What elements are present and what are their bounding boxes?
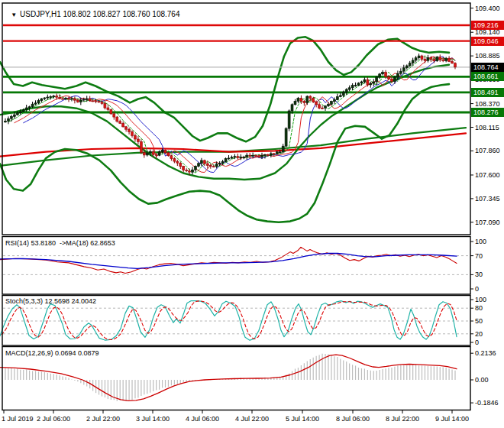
candle-bullish	[306, 96, 309, 103]
candle-bullish	[10, 116, 12, 118]
support-price-badge: 108.276	[471, 108, 504, 117]
candle-bearish	[95, 101, 97, 102]
candle-bearish	[255, 155, 257, 156]
candle-bearish	[62, 99, 64, 99]
candle-bullish	[382, 73, 384, 74]
candle-bullish	[225, 158, 227, 161]
macd-tick-label: 0.00	[475, 376, 489, 384]
candle-bullish	[427, 57, 429, 60]
candle-bullish	[415, 58, 417, 60]
candle-bullish	[373, 82, 375, 83]
candle-bullish	[28, 107, 31, 108]
candle-bearish	[179, 163, 182, 166]
candle-bullish	[288, 111, 290, 128]
candle-bearish	[237, 157, 239, 158]
candle-bearish	[110, 109, 112, 114]
price-tick-label: 107.600	[475, 171, 500, 179]
rsi-tick-label: 0	[475, 285, 479, 293]
candle-bullish	[240, 157, 242, 158]
candle-bullish	[53, 96, 55, 97]
candle-bearish	[119, 122, 121, 124]
price-tick-label: 107.345	[475, 195, 500, 203]
candle-bullish	[330, 102, 332, 105]
candle-bearish	[176, 161, 179, 163]
candle-bullish	[396, 73, 399, 77]
candle-bearish	[167, 153, 170, 156]
candle-bullish	[228, 158, 230, 159]
price-tick-label: 108.115	[475, 124, 499, 131]
candle-bearish	[303, 101, 305, 102]
macd-tick-label: -0.1846	[475, 399, 499, 407]
candle-bearish	[321, 108, 324, 109]
candle-bearish	[183, 167, 185, 170]
ma-thin-green-line	[8, 56, 455, 173]
chart-window: 109.400109.140108.885108.630108.370108.1…	[0, 0, 504, 428]
stoch-tick-label: 20	[475, 330, 483, 338]
candle-bearish	[98, 102, 100, 102]
candle-bearish	[170, 156, 173, 159]
candle-bearish	[421, 56, 423, 59]
candle-bullish	[195, 166, 197, 170]
candle-bearish	[173, 159, 176, 162]
rsi-tick-label: 30	[475, 271, 483, 278]
candle-bearish	[273, 154, 275, 154]
candle-bullish	[34, 103, 37, 104]
candle-bearish	[131, 132, 134, 136]
macd-signal-line	[0, 355, 457, 400]
candle-bullish	[276, 152, 278, 154]
time-axis-label: 2 Jul 22:00	[79, 415, 128, 423]
candle-bullish	[345, 89, 347, 92]
candle-bearish	[186, 170, 188, 171]
candle-bullish	[370, 83, 372, 85]
price-tick-label: 108.885	[475, 52, 500, 60]
candle-bullish	[285, 128, 287, 146]
candle-bullish	[264, 154, 267, 155]
time-axis-label: 8 Jul 22:00	[378, 415, 427, 423]
price-tick-label: 107.090	[475, 219, 500, 226]
rsi-tick-label: 100	[475, 238, 486, 245]
candle-bullish	[399, 71, 402, 73]
candle-bullish	[282, 146, 284, 152]
candle-bearish	[152, 151, 154, 154]
candle-bearish	[439, 57, 441, 60]
candle-bearish	[107, 108, 109, 109]
candle-bullish	[47, 97, 49, 98]
rsi-line	[0, 247, 457, 273]
candle-bearish	[448, 58, 451, 61]
candle-bullish	[50, 97, 52, 98]
slow-ma-green-line	[0, 128, 466, 166]
candle-bearish	[116, 117, 118, 122]
candle-bearish	[101, 102, 103, 104]
candle-bullish	[37, 101, 40, 103]
candle-bullish	[231, 157, 233, 158]
candle-bullish	[149, 151, 151, 153]
rsi-tick-label: 70	[475, 252, 483, 260]
symbol-dropdown-icon[interactable]: ▼	[11, 11, 17, 18]
resistance-price-badge: 109.046	[471, 37, 504, 46]
candle-bullish	[221, 162, 224, 164]
support-price-badge: 108.491	[471, 88, 504, 97]
stoch-k-line	[0, 301, 457, 341]
candle-bullish	[146, 153, 148, 155]
current-price-badge: 108.764	[471, 63, 504, 72]
candle-bearish	[189, 171, 191, 172]
candle-bearish	[312, 99, 315, 102]
price-tick-label: 107.860	[475, 147, 500, 154]
candle-bearish	[212, 167, 215, 167]
candle-bullish	[357, 83, 360, 86]
candle-bearish	[315, 102, 318, 104]
candle-bullish	[198, 164, 200, 167]
candle-bearish	[300, 99, 302, 102]
candle-bullish	[71, 99, 73, 99]
price-chart-canvas[interactable]	[0, 0, 504, 428]
candle-bearish	[385, 73, 387, 77]
candle-bullish	[252, 155, 254, 156]
candle-bullish	[158, 152, 160, 156]
candle-bearish	[203, 160, 205, 164]
candle-bearish	[267, 154, 269, 155]
candle-bearish	[391, 79, 393, 81]
candle-bullish	[270, 154, 272, 155]
time-axis-label: 2 Jul 06:00	[29, 415, 78, 423]
stoch-tick-label: 100	[475, 296, 486, 303]
candle-bearish	[59, 97, 61, 99]
